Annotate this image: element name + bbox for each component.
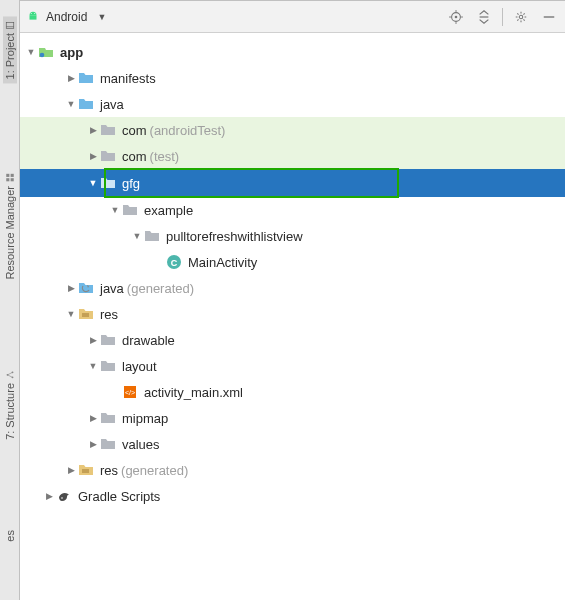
expand-arrow[interactable]: ▶	[64, 465, 78, 475]
view-selector[interactable]: Android ▼	[26, 10, 106, 24]
tree-label: app	[60, 45, 83, 60]
target-button[interactable]	[446, 7, 466, 27]
tree-label: java	[100, 97, 124, 112]
tree-row[interactable]: ▶Gradle Scripts	[20, 483, 565, 509]
toolbar-divider	[502, 8, 503, 26]
tree-label: mipmap	[122, 411, 168, 426]
tree-suffix: (generated)	[121, 463, 188, 478]
sidebar-tab-project[interactable]: 1: Project	[3, 16, 17, 83]
tree-suffix: (androidTest)	[150, 123, 226, 138]
android-icon	[26, 10, 40, 24]
expand-arrow[interactable]: ▶	[86, 125, 100, 135]
expand-arrow[interactable]: ▼	[86, 361, 100, 371]
tree-label: pulltorefreshwithlistview	[166, 229, 303, 244]
tree-label: MainActivity	[188, 255, 257, 270]
tree-row[interactable]: ▼pulltorefreshwithlistview	[20, 223, 565, 249]
tree-label: example	[144, 203, 193, 218]
expand-arrow[interactable]: ▼	[86, 178, 100, 188]
tree-row[interactable]: ▼layout	[20, 353, 565, 379]
highlight-box	[104, 168, 399, 198]
tree-label: activity_main.xml	[144, 385, 243, 400]
view-label: Android	[46, 10, 87, 24]
tree-row[interactable]: ▶java(generated)	[20, 275, 565, 301]
tree-label: java	[100, 281, 124, 296]
tree-row[interactable]: ▶res(generated)	[20, 457, 565, 483]
structure-sidebar-icon	[5, 370, 15, 380]
tree-row[interactable]: ▶drawable	[20, 327, 565, 353]
tree-label: com	[122, 123, 147, 138]
svg-text:</>: </>	[125, 389, 135, 396]
svg-rect-4	[10, 175, 13, 178]
folder-grey-icon	[100, 122, 116, 138]
tree-row-app[interactable]: ▼ app	[20, 39, 565, 65]
svg-point-12	[31, 12, 32, 13]
svg-rect-5	[6, 175, 9, 178]
folder-res-icon	[78, 462, 94, 478]
folder-gen-icon	[78, 280, 94, 296]
tree-row[interactable]: ▼res	[20, 301, 565, 327]
folder-grey-icon	[100, 436, 116, 452]
tree-row[interactable]: ▶CMainActivity	[20, 249, 565, 275]
tree-label: Gradle Scripts	[78, 489, 160, 504]
folder-grey-icon	[144, 228, 160, 244]
tree-row[interactable]: ▼example	[20, 197, 565, 223]
tree-row[interactable]: ▼java	[20, 91, 565, 117]
folder-grey-icon	[100, 358, 116, 374]
sidebar-tab-resource-manager[interactable]: Resource Manager	[4, 173, 16, 280]
svg-point-15	[455, 15, 458, 18]
project-tree: ▼ app ▶manifests▼java▶com(androidTest)▶c…	[20, 33, 565, 515]
folder-blue-icon	[78, 96, 94, 112]
tree-row[interactable]: ▶com(androidTest)	[20, 117, 565, 143]
gradle-icon	[56, 488, 72, 504]
resource-icon	[5, 173, 15, 183]
tree-row[interactable]: ▶mipmap	[20, 405, 565, 431]
folder-res-icon	[78, 306, 94, 322]
expand-arrow[interactable]: ▶	[86, 439, 100, 449]
expand-arrow[interactable]: ▶	[86, 413, 100, 423]
svg-line-9	[7, 375, 12, 378]
tree-row[interactable]: ▶values	[20, 431, 565, 457]
xml-icon: </>	[122, 384, 138, 400]
expand-arrow[interactable]: ▼	[130, 231, 144, 241]
svg-point-32	[61, 497, 63, 499]
folder-grey-icon	[122, 202, 138, 218]
folder-grey-icon	[100, 410, 116, 426]
sidebar-tab-partial[interactable]: es	[4, 530, 16, 542]
tree-row[interactable]: ▶</>activity_main.xml	[20, 379, 565, 405]
expand-arrow[interactable]: ▶	[42, 491, 56, 501]
svg-point-23	[40, 53, 45, 58]
sidebar-tab-structure[interactable]: 7: Structure	[4, 370, 16, 440]
settings-button[interactable]	[511, 7, 531, 27]
expand-arrow[interactable]: ▼	[64, 99, 78, 109]
expand-arrow[interactable]: ▶	[86, 335, 100, 345]
collapse-all-button[interactable]	[474, 7, 494, 27]
expand-arrow[interactable]: ▶	[64, 283, 78, 293]
minimize-button[interactable]	[539, 7, 559, 27]
tree-label: drawable	[122, 333, 175, 348]
class-c-icon: C	[166, 254, 182, 270]
tree-label: layout	[122, 359, 157, 374]
expand-arrow[interactable]: ▼	[24, 47, 38, 57]
dropdown-arrow-icon: ▼	[97, 12, 106, 22]
svg-rect-3	[6, 179, 9, 182]
svg-line-10	[7, 373, 12, 376]
tree-row[interactable]: ▶manifests	[20, 65, 565, 91]
project-toolbar: Android ▼	[20, 1, 565, 33]
tree-label: manifests	[100, 71, 156, 86]
folder-grey-icon	[100, 148, 116, 164]
svg-text:C: C	[171, 258, 178, 268]
tree-label: gfg	[122, 176, 140, 191]
folder-grey-icon	[100, 332, 116, 348]
expand-arrow[interactable]: ▼	[64, 309, 78, 319]
tree-row[interactable]: ▶com(test)	[20, 143, 565, 169]
expand-arrow[interactable]: ▶	[64, 73, 78, 83]
tree-suffix: (generated)	[127, 281, 194, 296]
expand-arrow[interactable]: ▶	[86, 151, 100, 161]
expand-arrow[interactable]: ▼	[108, 205, 122, 215]
folder-blue-icon	[78, 70, 94, 86]
folder-grey-icon	[100, 175, 116, 191]
svg-rect-0	[6, 22, 14, 28]
svg-rect-11	[30, 15, 37, 19]
svg-point-13	[34, 12, 35, 13]
tree-row-selected[interactable]: ▼gfg	[20, 169, 565, 197]
